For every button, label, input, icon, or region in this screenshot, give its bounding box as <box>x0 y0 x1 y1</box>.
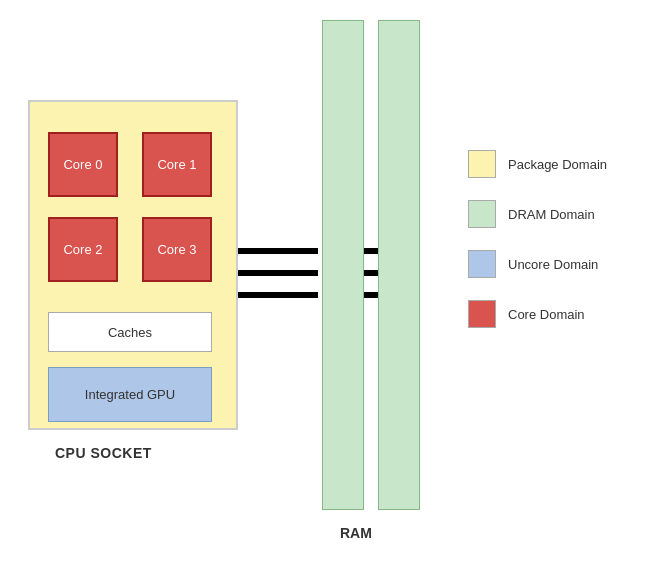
diagram-area: Core 0 Core 1 Core 2 Core 3 Caches Integ… <box>0 0 661 561</box>
core-2-label: Core 2 <box>63 242 102 257</box>
caches-label: Caches <box>108 325 152 340</box>
legend-swatch-dram <box>468 200 496 228</box>
legend-swatch-uncore <box>468 250 496 278</box>
legend: Package Domain DRAM Domain Uncore Domain… <box>468 150 607 328</box>
legend-label-core: Core Domain <box>508 307 585 322</box>
legend-label-dram: DRAM Domain <box>508 207 595 222</box>
legend-item-package: Package Domain <box>468 150 607 178</box>
bus-line-2 <box>238 270 318 276</box>
ram-stick-1 <box>322 20 364 510</box>
gpu-label: Integrated GPU <box>85 387 175 402</box>
core-1-label: Core 1 <box>157 157 196 172</box>
ram-stick-2 <box>378 20 420 510</box>
core-0-box: Core 0 <box>48 132 118 197</box>
gpu-box: Integrated GPU <box>48 367 212 422</box>
legend-swatch-package <box>468 150 496 178</box>
legend-item-core: Core Domain <box>468 300 607 328</box>
core-0-label: Core 0 <box>63 157 102 172</box>
legend-item-dram: DRAM Domain <box>468 200 607 228</box>
bus-lines <box>238 248 318 298</box>
cpu-socket-package: Core 0 Core 1 Core 2 Core 3 Caches Integ… <box>28 100 238 430</box>
caches-box: Caches <box>48 312 212 352</box>
bus-line-3 <box>238 292 318 298</box>
ram-bus-line-2 <box>364 270 378 276</box>
legend-label-package: Package Domain <box>508 157 607 172</box>
ram-bus-line-3 <box>364 292 378 298</box>
ram-label: RAM <box>340 525 372 541</box>
core-3-box: Core 3 <box>142 217 212 282</box>
ram-bus-lines <box>364 248 378 298</box>
core-2-box: Core 2 <box>48 217 118 282</box>
legend-label-uncore: Uncore Domain <box>508 257 598 272</box>
core-1-box: Core 1 <box>142 132 212 197</box>
bus-line-1 <box>238 248 318 254</box>
legend-swatch-core <box>468 300 496 328</box>
core-3-label: Core 3 <box>157 242 196 257</box>
cpu-socket-label: CPU SOCKET <box>55 445 152 461</box>
legend-item-uncore: Uncore Domain <box>468 250 607 278</box>
ram-bus-line-1 <box>364 248 378 254</box>
